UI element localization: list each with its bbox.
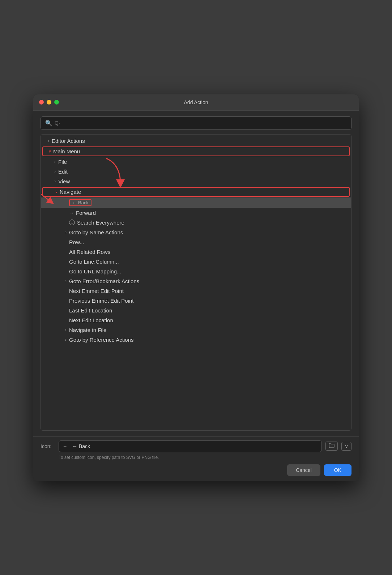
back-label: Back bbox=[78, 200, 89, 205]
tree-item-last-edit[interactable]: Last Edit Location bbox=[41, 306, 351, 315]
tree-item-main-menu[interactable]: ∨ Main Menu bbox=[42, 146, 350, 156]
minimize-button[interactable] bbox=[47, 100, 51, 105]
icon-row: Icon: ← ← Back ∨ bbox=[41, 440, 351, 452]
hint-text: To set custom icon, specify path to SVG … bbox=[41, 455, 351, 460]
item-label: Navigate bbox=[60, 189, 81, 195]
item-label: Goto Error/Bookmark Actions bbox=[69, 278, 139, 284]
item-label: Goto by Reference Actions bbox=[69, 337, 133, 343]
close-button[interactable] bbox=[39, 100, 44, 105]
tree-item-back[interactable]: ← Back bbox=[41, 197, 351, 208]
footer: Icon: ← ← Back ∨ To set custom icon, spe… bbox=[33, 436, 359, 481]
item-label: File bbox=[58, 159, 67, 165]
tree-item-editor-actions[interactable]: › Editor Actions bbox=[41, 136, 351, 146]
tree-item-navigate[interactable]: ∨ Navigate bbox=[42, 187, 350, 197]
icon-field-value: ← Back bbox=[72, 443, 318, 449]
tree-item-edit[interactable]: › Edit bbox=[41, 167, 351, 176]
tree-item-navigate-in-file[interactable]: › Navigate in File bbox=[41, 325, 351, 335]
tree-item-goto-line[interactable]: Go to Line:Column... bbox=[41, 257, 351, 267]
dialog-body: 🔍 › Editor Actions ∨ Main Menu › File › bbox=[33, 111, 359, 436]
item-label: Editor Actions bbox=[52, 138, 85, 144]
title-bar: Add Action bbox=[33, 94, 359, 111]
tree-item-goto-by-name[interactable]: › Goto by Name Actions bbox=[41, 227, 351, 237]
item-label: Next Edit Location bbox=[69, 317, 113, 323]
search-bar[interactable]: 🔍 bbox=[41, 116, 351, 130]
browse-folder-button[interactable] bbox=[325, 442, 338, 451]
chevron-icon: ∨ bbox=[53, 189, 60, 194]
chevron-icon: › bbox=[52, 159, 58, 164]
chevron-icon: › bbox=[45, 139, 52, 143]
chevron-icon: › bbox=[63, 328, 69, 332]
tree-item-forward[interactable]: → Forward bbox=[41, 208, 351, 218]
item-label: Forward bbox=[76, 210, 96, 216]
tree-item-all-related-rows[interactable]: All Related Rows bbox=[41, 247, 351, 257]
icon-field-arrow: ← bbox=[63, 443, 67, 449]
chevron-icon: › bbox=[52, 169, 58, 174]
icon-label: Icon: bbox=[41, 443, 55, 449]
item-label: Row... bbox=[69, 239, 84, 245]
item-label: Go to Line:Column... bbox=[69, 259, 119, 265]
item-label: Previous Emmet Edit Point bbox=[69, 298, 133, 304]
tree-item-file[interactable]: › File bbox=[41, 157, 351, 167]
tree-item-next-emmet[interactable]: Next Emmet Edit Point bbox=[41, 286, 351, 296]
action-tree: › Editor Actions ∨ Main Menu › File › Ed… bbox=[41, 134, 351, 431]
chevron-icon: › bbox=[63, 279, 69, 283]
item-label: Edit bbox=[58, 169, 68, 175]
chevron-icon: › bbox=[63, 230, 69, 234]
item-label: Goto by Name Actions bbox=[69, 229, 123, 235]
back-icon: ← Back bbox=[69, 199, 91, 206]
item-label: Main Menu bbox=[53, 148, 80, 154]
item-label: All Related Rows bbox=[69, 249, 110, 255]
search-icon: 🔍 bbox=[45, 120, 52, 127]
button-row: Cancel OK bbox=[41, 463, 351, 476]
tree-item-goto-url[interactable]: Go to URL Mapping... bbox=[41, 267, 351, 276]
icon-field[interactable]: ← ← Back bbox=[59, 440, 322, 452]
chevron-icon: ∨ bbox=[47, 149, 53, 154]
chevron-icon: › bbox=[52, 179, 58, 183]
tree-item-row[interactable]: Row... bbox=[41, 237, 351, 247]
add-action-dialog: Add Action 🔍 › Editor Actions ∨ Main Men… bbox=[33, 94, 359, 481]
dropdown-button[interactable]: ∨ bbox=[341, 442, 351, 451]
tree-item-goto-error[interactable]: › Goto Error/Bookmark Actions bbox=[41, 276, 351, 286]
item-label: Search Everywhere bbox=[77, 220, 124, 226]
folder-icon bbox=[329, 443, 335, 448]
traffic-lights bbox=[39, 100, 59, 105]
tree-item-next-edit[interactable]: Next Edit Location bbox=[41, 315, 351, 325]
forward-icon: → bbox=[69, 210, 74, 216]
item-label: Navigate in File bbox=[69, 327, 106, 333]
dialog-title: Add Action bbox=[184, 99, 208, 105]
cancel-button[interactable]: Cancel bbox=[287, 464, 320, 476]
tree-item-goto-reference[interactable]: › Goto by Reference Actions bbox=[41, 335, 351, 345]
ok-button[interactable]: OK bbox=[324, 464, 351, 476]
item-label: Go to URL Mapping... bbox=[69, 268, 122, 274]
chevron-icon: › bbox=[63, 337, 69, 342]
maximize-button[interactable] bbox=[54, 100, 59, 105]
search-everywhere-icon: ○ bbox=[69, 220, 75, 225]
search-input[interactable] bbox=[55, 120, 347, 126]
tree-item-view[interactable]: › View bbox=[41, 176, 351, 186]
tree-item-search-everywhere[interactable]: ○ Search Everywhere bbox=[41, 218, 351, 227]
item-label: Last Edit Location bbox=[69, 307, 112, 314]
item-label: Next Emmet Edit Point bbox=[69, 288, 124, 294]
tree-item-prev-emmet[interactable]: Previous Emmet Edit Point bbox=[41, 296, 351, 306]
item-label: View bbox=[58, 178, 70, 184]
